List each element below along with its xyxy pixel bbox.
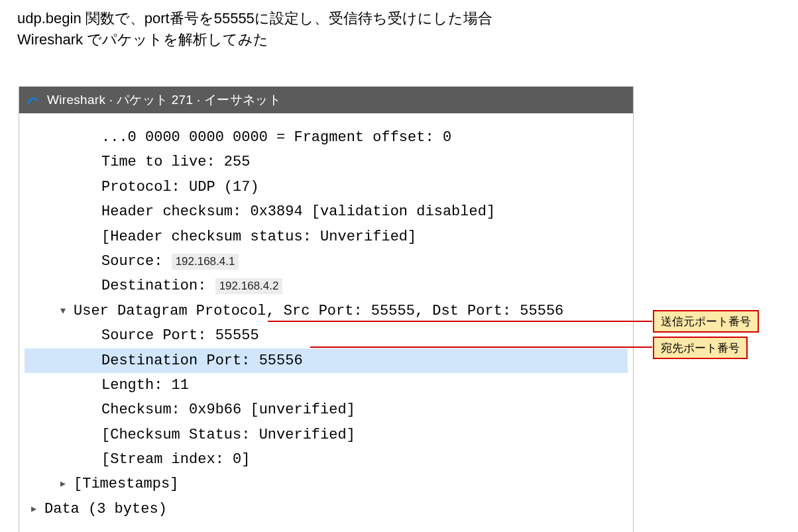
wireshark-icon: [26, 93, 40, 107]
window-title: Wireshark · パケット 271 · イーサネット: [47, 91, 281, 109]
chevron-right-icon[interactable]: ▸: [31, 500, 44, 517]
field-length[interactable]: Length: 11: [25, 373, 628, 398]
field-stream-index[interactable]: [Stream index: 0]: [25, 447, 628, 472]
field-src-port[interactable]: Source Port: 55555: [25, 323, 628, 348]
field-destination[interactable]: Destination: 192.168.4.2: [25, 274, 628, 298]
chevron-right-icon[interactable]: ▸: [60, 474, 74, 492]
annotation-line: [268, 321, 652, 322]
field-protocol[interactable]: Protocol: UDP (17): [25, 175, 628, 199]
window-titlebar[interactable]: Wireshark · パケット 271 · イーサネット: [19, 87, 633, 113]
annotation-dst-port: 宛先ポート番号: [653, 337, 748, 359]
field-header-checksum-status[interactable]: [Header checksum status: Unverified]: [25, 225, 628, 249]
tree-node-data[interactable]: ▸Data (3 bytes): [25, 497, 628, 521]
source-ip: 192.168.4.1: [172, 254, 239, 270]
tree-node-timestamps[interactable]: ▸[Timestamps]: [25, 472, 628, 496]
field-source[interactable]: Source: 192.168.4.1: [25, 249, 628, 274]
field-dst-port[interactable]: Destination Port: 55556: [25, 348, 628, 373]
chevron-down-icon[interactable]: ▾: [60, 301, 74, 319]
field-ttl[interactable]: Time to live: 255: [25, 150, 628, 174]
field-checksum[interactable]: Checksum: 0x9b66 [unverified]: [25, 398, 628, 422]
field-header-checksum[interactable]: Header checksum: 0x3894 [validation disa…: [25, 199, 628, 224]
field-fragment-offset[interactable]: ...0 0000 0000 0000 = Fragment offset: 0: [25, 125, 628, 150]
packet-tree[interactable]: ...0 0000 0000 0000 = Fragment offset: 0…: [19, 113, 633, 532]
annotation-src-port: 送信元ポート番号: [653, 310, 759, 333]
intro-line-1: udp.begin 関数で、port番号を55555に設定し、受信待ち受けにした…: [17, 8, 492, 29]
field-checksum-status[interactable]: [Checksum Status: Unverified]: [25, 423, 628, 447]
destination-ip: 192.168.4.2: [215, 278, 283, 294]
wireshark-window: Wireshark · パケット 271 · イーサネット ...0 0000 …: [19, 86, 634, 532]
intro-line-2: Wireshark でパケットを解析してみた: [17, 29, 492, 50]
annotation-line: [310, 346, 652, 348]
tree-node-udp[interactable]: ▾User Datagram Protocol, Src Port: 55555…: [25, 299, 628, 323]
